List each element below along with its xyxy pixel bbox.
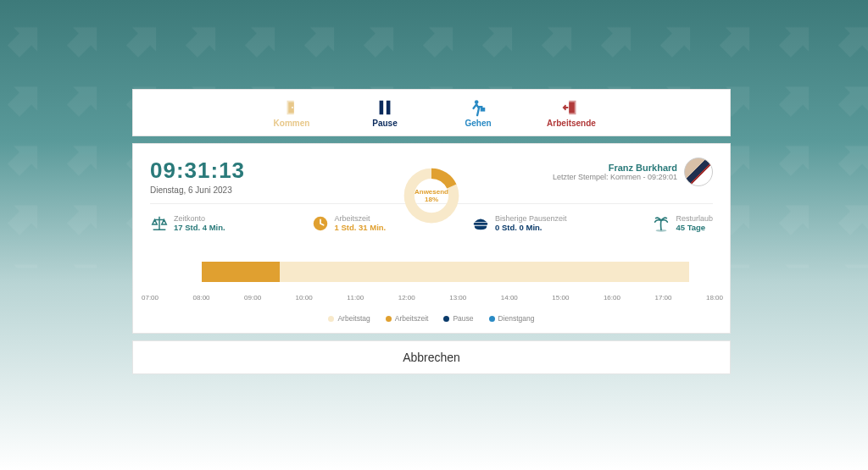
svg-rect-4 — [380, 100, 384, 114]
burger-icon — [471, 214, 490, 233]
door-in-icon — [282, 98, 301, 117]
legend-pause: Pause — [443, 314, 473, 323]
stat-value: 1 Std. 31 Min. — [335, 223, 387, 232]
stat-label: Arbeitszeit — [335, 214, 387, 223]
timeline-worked — [202, 262, 280, 282]
donut-percent: 18% — [425, 196, 438, 203]
svg-rect-7 — [481, 108, 486, 112]
presence-donut: Anwesend 18% — [402, 166, 461, 225]
tick: 11:00 — [347, 294, 364, 301]
arbeitsende-label: Arbeitsende — [547, 119, 596, 128]
stat-zeitkonto: Zeitkonto 17 Std. 4 Min. — [150, 214, 225, 233]
user-area: Franz Burkhard Letzter Stempel: Kommen -… — [553, 158, 713, 186]
arbeitsende-button[interactable]: Arbeitsende — [546, 98, 597, 128]
palm-icon — [652, 214, 670, 233]
cancel-label: Abbrechen — [403, 351, 460, 364]
clock-time: 09:31:13 — [150, 158, 245, 184]
svg-point-6 — [475, 100, 479, 104]
legend-arbeitszeit: Arbeitszeit — [386, 314, 429, 323]
stat-resturlaub: Resturlaub 45 Tage — [652, 214, 713, 233]
cancel-button[interactable]: Abbrechen — [132, 340, 731, 374]
timeline-legend: Arbeitstag Arbeitszeit Pause Dienstgang — [150, 314, 713, 323]
timeline-ticks: 07:0008:0009:0010:0011:0012:0013:0014:00… — [150, 294, 713, 311]
legend-dienstgang: Dienstgang — [489, 314, 535, 323]
svg-rect-9 — [569, 102, 574, 113]
kommen-label: Kommen — [274, 119, 310, 128]
svg-point-3 — [292, 107, 293, 108]
svg-rect-5 — [387, 100, 391, 114]
pause-label: Pause — [372, 119, 397, 128]
user-name: Franz Burkhard — [553, 163, 677, 173]
clock-icon — [311, 214, 330, 233]
svg-point-14 — [656, 229, 667, 232]
gehen-button[interactable]: Gehen — [453, 98, 504, 128]
tick: 12:00 — [398, 294, 415, 301]
tick: 14:00 — [501, 294, 518, 301]
tick: 09:00 — [244, 294, 261, 301]
last-stamp: Letzter Stempel: Kommen - 09:29:01 — [553, 173, 677, 181]
stat-value: 0 Std. 0 Min. — [495, 223, 567, 232]
pause-button[interactable]: Pause — [359, 98, 410, 128]
action-bar: Kommen Pause Gehen Arbeitsende — [132, 89, 731, 136]
donut-label: Anwesend — [415, 188, 448, 196]
tick: 07:00 — [142, 294, 159, 301]
kommen-button[interactable]: Kommen — [266, 98, 317, 128]
walk-icon — [469, 98, 487, 117]
tick: 10:00 — [296, 294, 313, 301]
gehen-label: Gehen — [465, 119, 491, 128]
legend-arbeitstag: Arbeitstag — [328, 314, 370, 323]
pause-icon — [376, 98, 394, 117]
stat-arbeitszeit: Arbeitszeit 1 Std. 31 Min. — [311, 214, 387, 233]
tick: 08:00 — [193, 294, 210, 301]
tick: 13:00 — [449, 294, 466, 301]
stat-value: 45 Tage — [676, 223, 713, 232]
clock-date: Dienstag, 6 Juni 2023 — [150, 185, 245, 195]
stat-label: Resturlaub — [676, 214, 713, 223]
tick: 18:00 — [706, 294, 723, 301]
stat-label: Zeitkonto — [174, 214, 225, 223]
svg-rect-13 — [474, 223, 488, 225]
tick: 16:00 — [604, 294, 620, 301]
balance-icon — [150, 214, 169, 233]
main-panel: 09:31:13 Dienstag, 6 Juni 2023 Franz Bur… — [132, 143, 731, 334]
tick: 17:00 — [654, 294, 671, 301]
avatar — [684, 158, 713, 186]
stat-value: 17 Std. 4 Min. — [174, 223, 225, 232]
tick: 15:00 — [552, 294, 569, 301]
timeline-chart — [150, 262, 713, 289]
stat-label: Bisherige Pausenzeit — [495, 214, 567, 223]
door-out-icon — [562, 98, 581, 117]
stat-pausenzeit: Bisherige Pausenzeit 0 Std. 0 Min. — [471, 214, 567, 233]
